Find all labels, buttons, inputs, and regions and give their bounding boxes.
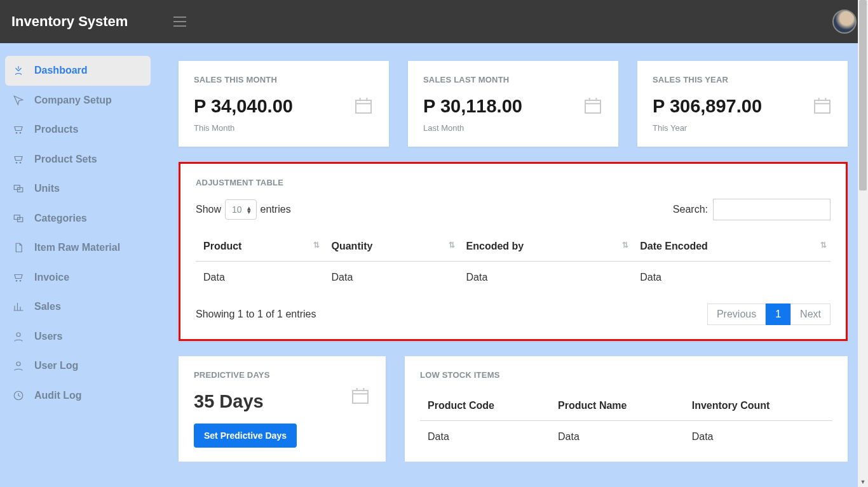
search-input[interactable] xyxy=(713,199,831,220)
table-row: Data Data Data xyxy=(420,421,832,443)
brand-area: Inventory System xyxy=(11,13,186,30)
sidebar-item-label: Dashboard xyxy=(34,65,88,76)
cell: Data xyxy=(420,421,550,443)
card-title: ADJUSTMENT TABLE xyxy=(196,178,831,187)
sidebar: Dashboard Company Setup Products Product… xyxy=(0,43,158,462)
col-product-code: Product Code xyxy=(420,391,550,421)
adjustment-table: Product Quantity Encoded by Date Encoded xyxy=(196,232,831,293)
dashboard-icon xyxy=(13,65,24,76)
low-stock-table: Product Code Product Name Inventory Coun… xyxy=(420,391,832,443)
sidebar-item-label: User Log xyxy=(34,360,78,371)
svg-rect-8 xyxy=(585,100,600,113)
stat-value: P 306,897.00 xyxy=(653,96,832,117)
sidebar-item-sales[interactable]: Sales xyxy=(5,292,151,322)
svg-rect-10 xyxy=(353,390,368,403)
search-control: Search: xyxy=(673,199,831,220)
sidebar-item-dashboard[interactable]: Dashboard xyxy=(5,56,151,86)
sidebar-item-item-raw-material[interactable]: Item Raw Material xyxy=(5,233,151,263)
sidebar-item-categories[interactable]: Categories xyxy=(5,204,151,234)
col-quantity[interactable]: Quantity xyxy=(323,232,458,262)
cart-icon xyxy=(13,272,24,283)
stat-sub: This Month xyxy=(194,123,374,133)
sidebar-item-invoice[interactable]: Invoice xyxy=(5,263,151,293)
cell: Data xyxy=(684,421,832,443)
bar-chart-icon xyxy=(13,301,24,312)
cell: Data xyxy=(459,262,633,294)
col-product-name: Product Name xyxy=(550,391,684,421)
cell: Data xyxy=(323,262,458,294)
cursor-icon xyxy=(13,95,24,106)
app-title: Inventory System xyxy=(11,13,128,30)
topbar: Inventory System xyxy=(0,0,868,43)
stat-sub: Last Month xyxy=(423,123,603,133)
length-control: Show 10 ▴▾ entries xyxy=(196,199,291,220)
sidebar-item-label: Users xyxy=(34,331,62,342)
prev-button[interactable]: Previous xyxy=(707,304,766,325)
card-title: SALES THIS MONTH xyxy=(194,75,374,84)
calendar-icon xyxy=(353,95,374,118)
page-size-select[interactable]: 10 ▴▾ xyxy=(225,199,257,220)
stat-card-sales-last-month: SALES LAST MONTH P 30,118.00 Last Month xyxy=(408,61,618,147)
sidebar-item-label: Item Raw Material xyxy=(34,242,120,253)
next-button[interactable]: Next xyxy=(790,304,831,325)
sidebar-item-product-sets[interactable]: Product Sets xyxy=(5,145,151,175)
low-stock-card: LOW STOCK ITEMS Product Code Product Nam… xyxy=(405,356,848,462)
sidebar-item-users[interactable]: Users xyxy=(5,322,151,352)
card-title: PREDICTIVE DAYS xyxy=(194,370,370,380)
page-1-button[interactable]: 1 xyxy=(766,304,790,325)
avatar[interactable] xyxy=(832,10,857,34)
svg-point-4 xyxy=(17,333,20,337)
scrollbar-thumb[interactable] xyxy=(859,0,867,190)
show-label: Show xyxy=(196,204,221,215)
stat-card-sales-this-month: SALES THIS MONTH P 34,040.00 This Month xyxy=(179,61,389,147)
col-date-encoded[interactable]: Date Encoded xyxy=(632,232,831,262)
predictive-value: 35 Days xyxy=(194,391,370,412)
card-title: SALES THIS YEAR xyxy=(653,75,832,84)
predictive-days-card: PREDICTIVE DAYS 35 Days Set Predictive D… xyxy=(179,356,386,462)
sidebar-item-audit-log[interactable]: Audit Log xyxy=(5,381,151,411)
sidebar-item-label: Products xyxy=(34,124,78,135)
sidebar-item-label: Units xyxy=(34,183,60,194)
adjustment-table-card: ADJUSTMENT TABLE Show 10 ▴▾ entries Sear… xyxy=(179,162,848,341)
set-predictive-days-button[interactable]: Set Predictive Days xyxy=(194,424,297,448)
sidebar-item-company-setup[interactable]: Company Setup xyxy=(5,86,151,116)
col-encoded-by[interactable]: Encoded by xyxy=(459,232,633,262)
stat-value: P 34,040.00 xyxy=(194,96,374,117)
sidebar-item-label: Audit Log xyxy=(34,390,82,401)
table-row: Data Data Data Data xyxy=(196,262,831,294)
sidebar-item-label: Product Sets xyxy=(34,154,97,165)
card-title: LOW STOCK ITEMS xyxy=(420,370,832,380)
col-inventory-count: Inventory Count xyxy=(684,391,832,421)
cell: Data xyxy=(550,421,684,443)
search-label: Search: xyxy=(673,204,708,215)
stat-value: P 30,118.00 xyxy=(423,96,603,117)
user-icon xyxy=(13,331,24,342)
file-icon xyxy=(13,242,24,253)
sidebar-item-units[interactable]: Units xyxy=(5,174,151,204)
page-size-value: 10 xyxy=(232,204,242,215)
hamburger-menu-icon[interactable] xyxy=(173,17,186,27)
vertical-scrollbar[interactable]: ▲ ▼ xyxy=(858,0,868,462)
col-product[interactable]: Product xyxy=(196,232,323,262)
stat-card-sales-this-year: SALES THIS YEAR P 306,897.00 This Year xyxy=(637,61,848,147)
sidebar-item-products[interactable]: Products xyxy=(5,115,151,145)
svg-point-5 xyxy=(17,362,20,366)
sidebar-item-label: Invoice xyxy=(34,272,69,283)
calendar-icon xyxy=(583,95,603,118)
svg-rect-7 xyxy=(356,100,371,113)
sidebar-item-label: Company Setup xyxy=(34,95,112,106)
screens-icon xyxy=(13,183,24,194)
sidebar-item-label: Sales xyxy=(34,301,61,312)
card-title: SALES LAST MONTH xyxy=(423,75,603,84)
cart-icon xyxy=(13,124,24,135)
clock-icon xyxy=(13,390,24,401)
paginator: Previous 1 Next xyxy=(707,304,831,325)
cart-icon xyxy=(13,154,24,165)
stat-cards-row: SALES THIS MONTH P 34,040.00 This Month … xyxy=(179,61,848,147)
calendar-icon xyxy=(350,385,370,408)
main: SALES THIS MONTH P 34,040.00 This Month … xyxy=(158,43,868,462)
sidebar-item-label: Categories xyxy=(34,213,87,224)
sidebar-item-user-log[interactable]: User Log xyxy=(5,351,151,381)
stat-sub: This Year xyxy=(653,123,832,133)
svg-rect-9 xyxy=(815,100,830,113)
